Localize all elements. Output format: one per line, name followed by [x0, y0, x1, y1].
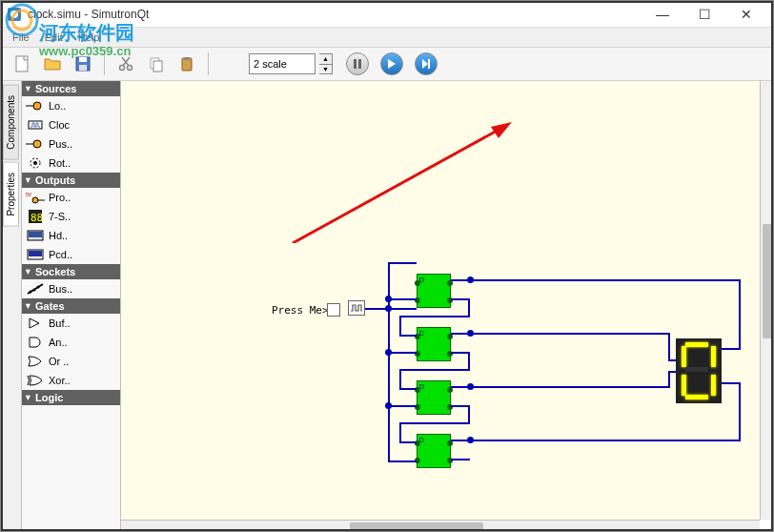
- wire[interactable]: [399, 441, 417, 443]
- svg-rect-7: [79, 65, 87, 71]
- window-title: clock.simu - SimutronQt: [28, 8, 642, 21]
- wire[interactable]: [388, 352, 417, 354]
- wire[interactable]: [668, 371, 676, 373]
- component-and[interactable]: An..: [22, 333, 120, 352]
- wire[interactable]: [399, 369, 401, 388]
- scroll-thumb[interactable]: [763, 224, 772, 338]
- wire[interactable]: [388, 262, 390, 462]
- flipflop-4[interactable]: D: [417, 434, 451, 468]
- component-logic-source[interactable]: Lo..: [22, 96, 120, 115]
- cut-button[interactable]: [112, 51, 139, 77]
- junction: [467, 276, 474, 283]
- category-outputs[interactable]: Outputs: [22, 173, 120, 188]
- wire[interactable]: [468, 405, 470, 422]
- category-sources[interactable]: Sources: [22, 81, 120, 96]
- wire[interactable]: [668, 333, 670, 359]
- category-logic[interactable]: Logic: [22, 390, 120, 405]
- vertical-scrollbar[interactable]: [760, 81, 773, 520]
- wire[interactable]: [470, 279, 741, 281]
- component-or[interactable]: Or ..: [22, 352, 120, 371]
- component-pcd[interactable]: Pcd..: [22, 245, 120, 264]
- wire[interactable]: [399, 388, 417, 390]
- tab-components[interactable]: Components: [3, 85, 19, 160]
- wire[interactable]: [470, 333, 670, 335]
- scroll-thumb[interactable]: [350, 522, 483, 532]
- copy-button[interactable]: [143, 51, 170, 77]
- spinner-up-icon[interactable]: ▲: [319, 54, 332, 65]
- hd-icon: [26, 229, 45, 242]
- wire[interactable]: [451, 459, 470, 460]
- horizontal-scrollbar[interactable]: [121, 520, 760, 532]
- spinner-down-icon[interactable]: ▼: [319, 65, 332, 74]
- maximize-button[interactable]: ☐: [683, 1, 725, 28]
- wire[interactable]: [388, 298, 417, 300]
- xor-icon: [26, 374, 45, 387]
- wire[interactable]: [399, 369, 470, 371]
- flipflop-3[interactable]: D: [417, 380, 451, 415]
- wire[interactable]: [739, 382, 741, 441]
- component-push[interactable]: Pus..: [22, 134, 120, 153]
- svg-text:88: 88: [31, 212, 43, 223]
- wire[interactable]: [468, 352, 470, 369]
- save-button[interactable]: [70, 51, 96, 77]
- wire[interactable]: [451, 405, 470, 407]
- seven-segment-display[interactable]: [676, 338, 722, 403]
- wire[interactable]: [388, 460, 417, 462]
- flipflop-2[interactable]: D: [417, 327, 451, 361]
- left-tab-strip: Components Properties: [1, 81, 22, 532]
- paste-button[interactable]: [173, 51, 200, 77]
- open-folder-button[interactable]: [39, 51, 66, 77]
- tab-properties[interactable]: Properties: [3, 162, 19, 227]
- flipflop-1[interactable]: D: [417, 274, 451, 308]
- svg-point-3: [12, 10, 31, 30]
- wire[interactable]: [399, 335, 417, 337]
- segment-e: [682, 375, 686, 396]
- rotary-icon: [26, 156, 45, 170]
- junction: [385, 349, 392, 356]
- category-sockets[interactable]: Sockets: [22, 264, 120, 279]
- component-buffer[interactable]: Buf..: [22, 314, 120, 333]
- svg-rect-6: [79, 57, 87, 62]
- schematic-canvas[interactable]: Press Me> D D D D: [121, 81, 760, 520]
- minimize-button[interactable]: —: [642, 1, 683, 28]
- menu-help[interactable]: Help: [71, 30, 108, 45]
- wire[interactable]: [399, 316, 401, 335]
- wire[interactable]: [399, 422, 401, 441]
- scale-input[interactable]: [249, 53, 316, 74]
- wire[interactable]: [388, 405, 417, 407]
- wire[interactable]: [451, 298, 470, 300]
- menu-edit[interactable]: Edit: [37, 30, 71, 45]
- push-button-component[interactable]: [327, 303, 340, 317]
- separator: [208, 52, 209, 75]
- wire[interactable]: [470, 440, 741, 441]
- wire[interactable]: [388, 262, 417, 264]
- wire[interactable]: [722, 348, 741, 350]
- wire[interactable]: [739, 279, 741, 348]
- wire[interactable]: [668, 359, 676, 361]
- play-button[interactable]: [380, 52, 403, 75]
- component-bus[interactable]: Bus..: [22, 279, 120, 298]
- component-hd[interactable]: Hd..: [22, 226, 120, 245]
- new-file-button[interactable]: [9, 51, 35, 77]
- wire[interactable]: [451, 352, 470, 354]
- wire[interactable]: [668, 371, 670, 388]
- component-7seg[interactable]: 887-S..: [22, 207, 120, 226]
- component-xor[interactable]: Xor..: [22, 371, 120, 390]
- component-clock[interactable]: Cloc: [22, 115, 120, 134]
- wire[interactable]: [468, 298, 470, 316]
- scale-spinner[interactable]: ▲▼: [319, 53, 333, 74]
- close-button[interactable]: ✕: [725, 1, 767, 28]
- step-button[interactable]: [415, 52, 438, 75]
- component-probe[interactable]: 5VPro..: [22, 188, 120, 207]
- svg-point-34: [30, 291, 32, 294]
- wire[interactable]: [470, 386, 670, 388]
- wire[interactable]: [399, 316, 470, 317]
- watermark-logo-icon: [3, 1, 41, 41]
- pause-button[interactable]: [346, 52, 369, 75]
- menubar: File Edit Help: [1, 28, 773, 47]
- category-gates[interactable]: Gates: [22, 298, 120, 314]
- wire[interactable]: [399, 422, 470, 424]
- pulse-source-component[interactable]: [348, 300, 365, 316]
- component-rotary[interactable]: Rot..: [22, 153, 120, 173]
- wire[interactable]: [722, 382, 741, 384]
